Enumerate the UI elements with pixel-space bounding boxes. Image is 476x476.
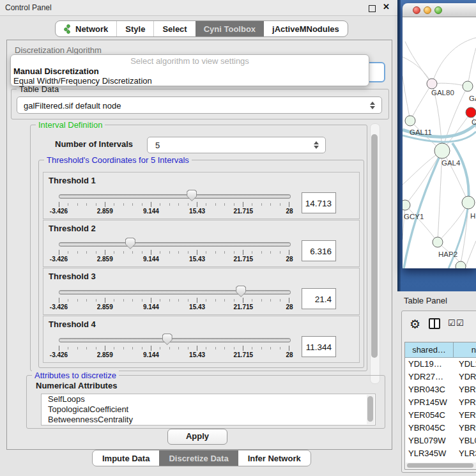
tab-discretize-data[interactable]: Discretize Data (159, 450, 238, 466)
minimize-traffic-light-icon[interactable] (424, 6, 431, 14)
cell[interactable]: YBL079W (405, 434, 454, 447)
close-traffic-light-icon[interactable] (413, 6, 420, 14)
table-row[interactable]: YBR045C YBR0 (405, 422, 476, 434)
attributes-group: Attributes to discretize Numerical Attri… (26, 375, 385, 429)
scale-label: 21.715 (234, 303, 254, 311)
node-gcy1[interactable] (403, 200, 410, 210)
algorithm-option-manual[interactable]: Manual Discretization (11, 66, 369, 76)
cell[interactable]: YLR345W (405, 447, 454, 460)
algorithm-hint-option[interactable]: Select algorithm to view settings (11, 56, 369, 66)
tab-style[interactable]: Style (116, 21, 153, 36)
select-all-icon-2[interactable]: ☑ (456, 318, 464, 328)
scale-label: 2.859 (97, 351, 113, 358)
node-ga[interactable] (463, 81, 473, 91)
node-label-gal80: GAL80 (431, 89, 454, 96)
table-row[interactable]: YLR345W YLR3 (405, 447, 476, 460)
zoom-traffic-light-icon[interactable] (434, 6, 442, 14)
number-of-intervals-spinner[interactable]: 5 (147, 137, 326, 153)
table-row[interactable]: YPR145W YPR1 (405, 396, 476, 409)
table-horizontal-scrollbar[interactable] (406, 463, 476, 468)
cell[interactable]: YDR27… (405, 371, 454, 383)
list-item[interactable]: BetweennessCentrality (42, 415, 375, 425)
scrollbar-thumb[interactable] (371, 134, 378, 358)
scale-label: -3.426 (50, 208, 68, 215)
table-panel-title: Table Panel (404, 296, 447, 305)
scrollbar-thumb[interactable] (367, 396, 373, 422)
scale-label: 9.144 (143, 303, 159, 311)
split-columns-icon[interactable] (429, 318, 440, 329)
threshold-1-slider-handle[interactable] (187, 190, 197, 201)
scrollbar-thumb[interactable] (407, 463, 473, 468)
cell[interactable]: YBL0 (454, 434, 476, 447)
threshold-4-slider-handle[interactable] (162, 334, 173, 345)
table-row[interactable]: YER054C YER0 (405, 409, 476, 422)
cell[interactable]: YDL19… (405, 358, 454, 371)
scale-label: 15.43 (189, 256, 205, 263)
threshold-3-value-field[interactable]: 21.4 (302, 288, 336, 309)
select-all-icon[interactable]: ☑ (448, 318, 456, 328)
cell[interactable]: YBR0 (454, 422, 476, 434)
close-icon[interactable]: ✕ (383, 2, 390, 12)
cell[interactable]: YBR043C (405, 383, 454, 396)
table-row[interactable]: YBR043C YBR0 (405, 383, 476, 396)
node-red[interactable] (466, 107, 476, 118)
cell[interactable]: YBR045C (405, 422, 454, 434)
table-row[interactable]: YDL19… YDL1 (405, 358, 476, 371)
table-panel-section: Table Panel ⚙ ☑ ☑ shared… na YDL19… (397, 291, 476, 476)
threshold-4-value-field[interactable]: 11.344 (302, 336, 336, 357)
cell[interactable]: YPR1 (454, 396, 476, 409)
tab-cyni-toolbox-label: Cyni Toolbox (204, 24, 256, 34)
panel-title: Control Panel (5, 3, 52, 12)
slider-scale-labels: -3.426 2.859 9.144 15.43 21.715 28 (59, 208, 289, 215)
node-hap2[interactable] (433, 237, 443, 247)
threshold-4-slider-track[interactable] (59, 338, 291, 342)
node-gal11[interactable] (405, 116, 415, 126)
threshold-3-slider-track[interactable] (59, 290, 291, 295)
tab-select[interactable]: Select (153, 21, 195, 36)
list-item[interactable]: TopologicalCoefficient (42, 404, 375, 415)
cell[interactable]: YER0 (454, 409, 476, 422)
apply-button[interactable]: Apply (167, 429, 227, 445)
node-h[interactable] (462, 196, 475, 209)
cell[interactable]: YBR0 (454, 383, 476, 396)
threshold-1-slider-track[interactable] (59, 194, 291, 199)
cell[interactable]: YER054C (405, 409, 454, 422)
threshold-3-slider-handle[interactable] (236, 286, 246, 297)
threshold-1-value-field[interactable]: 14.713 (302, 192, 336, 213)
column-header-name[interactable]: na (454, 342, 476, 357)
numerical-attributes-list[interactable]: SelfLoops TopologicalCoefficient Between… (41, 394, 376, 426)
number-of-intervals-value: 5 (155, 141, 160, 150)
tab-cyni-toolbox[interactable]: Cyni Toolbox (196, 21, 264, 36)
float-window-icon[interactable] (369, 5, 376, 12)
tab-discretize-data-label: Discretize Data (169, 454, 228, 463)
list-scrollbar[interactable] (367, 395, 374, 424)
table-header-row: shared… na (405, 342, 476, 358)
slider-ticks (59, 250, 289, 255)
tab-jactivemnodules[interactable]: jActiveMNodules (264, 21, 348, 36)
table-row[interactable]: YBL079W YBL0 (405, 434, 476, 447)
cell[interactable]: YDR2 (454, 371, 476, 383)
column-header-shared-name[interactable]: shared… (405, 342, 454, 357)
panel-vertical-scrollbar[interactable] (370, 123, 380, 384)
node-partial-bottom[interactable] (456, 261, 466, 268)
threshold-2-slider-track[interactable] (59, 242, 291, 247)
threshold-4-panel: Threshold 4 -3.426 2.859 9.144 1 (43, 316, 360, 363)
threshold-2-value-field[interactable]: 6.316 (302, 240, 336, 261)
table-data-combobox[interactable]: galFiltered.sif default node (17, 96, 382, 114)
tab-network[interactable]: Network (56, 21, 116, 36)
network-canvas[interactable]: GAL80 GA C GAL11 GAL4 GCY1 H HAP2 (403, 17, 476, 268)
node-gal4[interactable] (434, 143, 450, 158)
node-gal80[interactable] (427, 79, 437, 89)
algorithm-option-equal-width[interactable]: Equal Width/Frequency Discretization (11, 76, 369, 86)
list-item[interactable]: SelfLoops (42, 394, 375, 404)
threshold-2-slider-handle[interactable] (125, 238, 135, 249)
cell[interactable]: YLR3 (454, 447, 476, 460)
table-row[interactable]: YDR27… YDR2 (405, 371, 476, 383)
gear-icon[interactable]: ⚙ (410, 317, 420, 332)
cell[interactable]: YDL1 (454, 358, 476, 371)
tab-impute-data[interactable]: Impute Data (93, 450, 159, 466)
tab-infer-network[interactable]: Infer Network (238, 450, 311, 466)
scale-label: 15.43 (189, 351, 205, 358)
cell[interactable]: YPR145W (405, 396, 454, 409)
number-of-intervals-label: Number of Intervals (55, 139, 133, 149)
